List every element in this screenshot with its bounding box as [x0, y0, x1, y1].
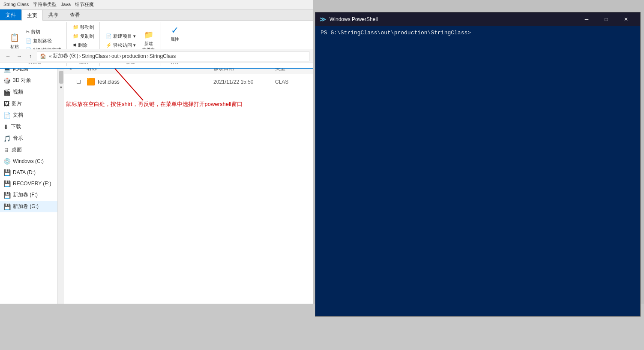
- ps-title: Windows PowerShell: [329, 16, 573, 22]
- file-class-icon: 🟧: [87, 78, 95, 86]
- new-small-group: 📄 新建项目 ▾ ⚡ 轻松访问 ▾: [104, 32, 138, 49]
- sidebar-item-desktop[interactable]: 🖥 桌面: [0, 144, 64, 156]
- sidebar-item-d[interactable]: 💾 DATA (D:): [0, 167, 64, 178]
- sidebar-item-music[interactable]: 🎵 音乐: [0, 133, 64, 144]
- sidebar-label-d: DATA (D:): [13, 169, 36, 175]
- g-drive-icon: 💾: [3, 203, 11, 210]
- title-text: String Class - 字符串类型 - Java - 细节狂魔: [3, 1, 94, 8]
- copy-icon: 📁: [73, 33, 79, 39]
- file-name: Test.class: [97, 79, 212, 85]
- sidebar-item-g[interactable]: 💾 新加卷 (G:): [0, 201, 64, 212]
- sidebar-label-g: 新加卷 (G:): [13, 203, 39, 210]
- properties-icon: ✓: [169, 24, 181, 36]
- address-path[interactable]: 🏠 « 新加卷 (G:) › StringClass › out › produ…: [37, 51, 309, 61]
- paste-button[interactable]: 📋 粘贴: [6, 30, 23, 51]
- desktop-icon: 🖥: [3, 147, 9, 154]
- title-bar: String Class - 字符串类型 - Java - 细节狂魔: [0, 0, 313, 9]
- forward-button[interactable]: →: [15, 51, 24, 61]
- sidebar-label-documents: 文档: [13, 112, 23, 119]
- ps-close-button[interactable]: ✕: [616, 12, 636, 26]
- path-part-5[interactable]: StringClass: [150, 53, 176, 59]
- delete-icon: ✖: [73, 42, 77, 48]
- main-area: ▲ ▼ 💻 此电脑 🎲 3D 对象 🎬 视频 🖼 图片 📄: [0, 63, 313, 341]
- ps-icon: ≫: [320, 16, 326, 23]
- path-icon: 🏠: [40, 53, 46, 59]
- easy-access-label: 轻松访问 ▾: [113, 42, 136, 48]
- sidebar-item-f[interactable]: 💾 新加卷 (F:): [0, 189, 64, 201]
- up-button[interactable]: ↑: [26, 51, 35, 61]
- sidebar-scrollbar[interactable]: ▲ ▼: [57, 63, 64, 341]
- copy-to-button[interactable]: 📁 复制到: [71, 32, 96, 40]
- tab-home[interactable]: 主页: [21, 10, 43, 21]
- sidebar-item-e[interactable]: 💾 RECOVERY (E:): [0, 178, 64, 189]
- c-drive-icon: 💿: [3, 158, 11, 165]
- ribbon-tabs: 文件 主页 共享 查看: [0, 9, 313, 21]
- downloads-icon: ⬇: [3, 124, 9, 130]
- new-item-button[interactable]: 📄 新建项目 ▾: [104, 32, 138, 40]
- path-part-1[interactable]: 新加卷 (G:): [53, 52, 78, 60]
- file-date: 2021/11/22 15:50: [213, 79, 273, 85]
- properties-button[interactable]: ✓ 属性: [166, 23, 183, 44]
- cut-icon: ✂: [26, 29, 30, 35]
- path-part-3[interactable]: out: [111, 53, 119, 59]
- address-bar: ← → ↑ 🏠 « 新加卷 (G:) › StringClass › out ›…: [0, 49, 313, 63]
- tab-view[interactable]: 查看: [64, 9, 86, 20]
- explorer-window: String Class - 字符串类型 - Java - 细节狂魔 文件 主页…: [0, 0, 313, 350]
- move-to-button[interactable]: 📁 移动到: [71, 23, 96, 31]
- sidebar-label-pictures: 图片: [12, 100, 22, 107]
- sidebar-item-c[interactable]: 💿 Windows (C:): [0, 156, 64, 167]
- music-icon: 🎵: [3, 135, 11, 142]
- documents-icon: 📄: [3, 112, 11, 119]
- ps-minimize-button[interactable]: ─: [577, 12, 596, 26]
- new-folder-icon: 📁: [143, 29, 155, 41]
- scroll-thumb[interactable]: [59, 71, 63, 84]
- sidebar-item-3d[interactable]: 🎲 3D 对象: [0, 75, 64, 86]
- copy-label: 复制到: [80, 33, 94, 39]
- delete-button[interactable]: ✖ 删除: [71, 41, 96, 49]
- sidebar-label-downloads: 下载: [11, 123, 21, 130]
- powershell-window: ≫ Windows PowerShell ─ □ ✕ PS G:\StringC…: [315, 12, 641, 317]
- delete-label: 删除: [78, 42, 87, 48]
- back-button[interactable]: ←: [3, 51, 13, 61]
- f-drive-icon: 💾: [3, 192, 11, 199]
- easy-access-button[interactable]: ⚡ 轻松访问 ▾: [104, 41, 138, 49]
- copy-path-icon: 📄: [26, 38, 32, 44]
- path-part-2[interactable]: StringClass: [82, 53, 108, 59]
- sidebar-label-f: 新加卷 (F:): [13, 191, 38, 199]
- sidebar-item-documents[interactable]: 📄 文档: [0, 109, 64, 121]
- cut-label: 剪切: [31, 29, 40, 35]
- path-part-4[interactable]: production: [122, 53, 146, 59]
- ps-maximize-button[interactable]: □: [596, 12, 616, 26]
- sidebar-label-music: 音乐: [13, 135, 23, 142]
- e-drive-icon: 💾: [3, 180, 11, 187]
- annotation-area: 鼠标放在空白处，按住shirt，再反键，在菜单中选择打开powershell窗口: [66, 100, 311, 108]
- ps-prompt-line: PS G:\StringClass\out\production\StringC…: [321, 30, 635, 36]
- cut-button[interactable]: ✂ 剪切: [24, 28, 63, 36]
- copy-path-label: 复制路径: [33, 38, 52, 44]
- row-check: ☐: [76, 79, 85, 85]
- ps-window-controls: ─ □ ✕: [577, 12, 636, 26]
- sidebar-label-video: 视频: [13, 88, 23, 96]
- 3d-icon: 🎲: [3, 77, 11, 84]
- sidebar-item-video[interactable]: 🎬 视频: [0, 86, 64, 98]
- tab-share[interactable]: 共享: [43, 9, 64, 20]
- copy-path-button[interactable]: 📄 复制路径: [24, 37, 63, 45]
- ps-content[interactable]: PS G:\StringClass\out\production\StringC…: [315, 26, 640, 316]
- move-icon: 📁: [73, 24, 79, 30]
- scroll-down-arrow[interactable]: ▼: [58, 84, 64, 91]
- file-list-body: ☐ 🟧 Test.class 2021/11/22 15:50 CLAS: [64, 74, 313, 341]
- sidebar-label-3d: 3D 对象: [13, 77, 31, 84]
- sidebar-item-pictures[interactable]: 🖼 图片: [0, 98, 64, 109]
- table-row[interactable]: ☐ 🟧 Test.class 2021/11/22 15:50 CLAS: [66, 76, 311, 88]
- sidebar-item-downloads[interactable]: ⬇ 下载: [0, 121, 64, 133]
- easy-access-icon: ⚡: [106, 42, 112, 48]
- file-type: CLAS: [275, 79, 309, 85]
- ps-titlebar: ≫ Windows PowerShell ─ □ ✕: [315, 12, 640, 26]
- new-item-icon: 📄: [106, 33, 112, 39]
- sidebar: ▲ ▼ 💻 此电脑 🎲 3D 对象 🎬 视频 🖼 图片 📄: [0, 63, 64, 341]
- tab-file[interactable]: 文件: [0, 9, 21, 20]
- paste-label: 粘贴: [10, 44, 19, 50]
- video-icon: 🎬: [3, 89, 11, 96]
- properties-label: 属性: [171, 36, 179, 42]
- sidebar-label-c: Windows (C:): [13, 158, 44, 164]
